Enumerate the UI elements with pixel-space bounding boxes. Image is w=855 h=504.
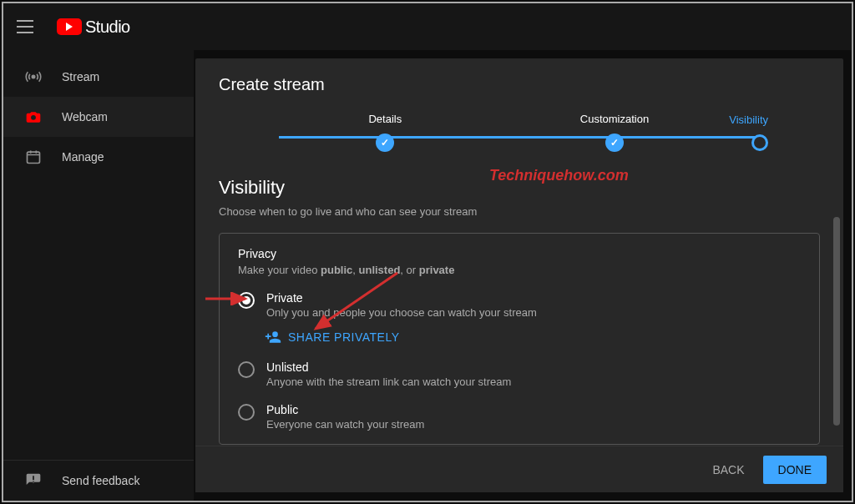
check-icon: [605, 134, 624, 152]
radio-unlisted[interactable]: Unlisted Anyone with the stream link can…: [238, 360, 801, 388]
camera-icon: [23, 108, 43, 125]
done-button[interactable]: DONE: [763, 456, 827, 484]
privacy-heading: Privacy: [238, 247, 801, 260]
annotation-arrow-icon: [204, 292, 254, 305]
calendar-icon: [23, 149, 43, 165]
svg-rect-2: [28, 152, 40, 163]
create-stream-panel: Create stream Details Customization Visi…: [195, 58, 843, 492]
radio-icon: [238, 361, 255, 378]
panel-footer: BACK DONE: [195, 446, 843, 492]
annotation-arrow-icon: [306, 269, 406, 344]
svg-point-1: [31, 115, 36, 120]
broadcast-icon: [23, 68, 43, 85]
topbar: Studio: [3, 3, 852, 50]
svg-point-0: [32, 75, 34, 78]
youtube-play-icon: [57, 18, 82, 35]
check-icon: [376, 134, 394, 152]
radio-icon: [238, 404, 255, 421]
sidebar-item-label: Manage: [62, 150, 104, 164]
app-name: Studio: [85, 18, 130, 37]
watermark-text: Techniquehow.com: [489, 167, 629, 184]
sidebar: Stream Webcam Manage Send feed: [3, 50, 194, 501]
feedback-icon: [23, 472, 43, 489]
step-visibility[interactable]: Visibility: [729, 113, 768, 151]
person-add-icon: [265, 329, 281, 345]
step-line: [279, 136, 760, 139]
ring-icon: [751, 134, 768, 151]
sidebar-item-label: Send feedback: [62, 474, 139, 487]
svg-line-4: [316, 273, 397, 329]
step-details[interactable]: Details: [271, 113, 500, 152]
sidebar-item-label: Stream: [62, 70, 99, 83]
youtube-studio-logo[interactable]: Studio: [57, 18, 130, 37]
stepper: Details Customization Visibility: [195, 101, 843, 174]
radio-public[interactable]: Public Everyone can watch your stream: [238, 403, 801, 431]
step-customization[interactable]: Customization: [500, 113, 730, 152]
back-button[interactable]: BACK: [701, 456, 756, 483]
sidebar-item-webcam[interactable]: Webcam: [3, 97, 194, 137]
sidebar-item-manage[interactable]: Manage: [3, 137, 194, 177]
section-subtitle: Choose when to go live and who can see y…: [219, 205, 820, 218]
panel-title: Create stream: [195, 58, 843, 101]
scrollbar[interactable]: [833, 217, 840, 426]
panel-content: Visibility Choose when to go live and wh…: [195, 174, 843, 446]
sidebar-item-label: Webcam: [62, 110, 108, 123]
sidebar-item-feedback[interactable]: Send feedback: [3, 461, 194, 501]
sidebar-item-stream[interactable]: Stream: [3, 57, 194, 97]
menu-icon[interactable]: [17, 17, 37, 37]
